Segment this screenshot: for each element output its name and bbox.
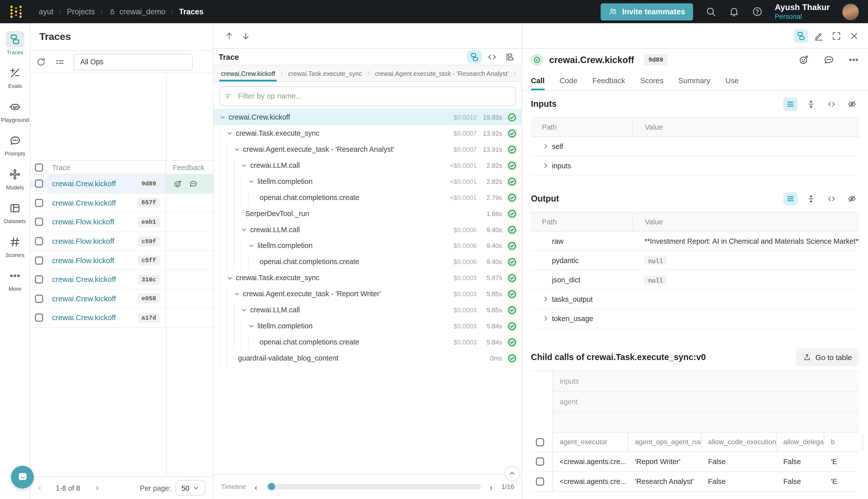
tab-feedback[interactable]: Feedback bbox=[592, 71, 625, 90]
tab-scores[interactable]: Scores bbox=[640, 71, 664, 90]
table-row[interactable]: crewai.Crew.kickoffe058 bbox=[30, 290, 213, 308]
row-checkbox[interactable] bbox=[35, 294, 43, 303]
trace-link[interactable]: crewai.Flow.kickoff bbox=[52, 218, 138, 226]
collapse-panel-button[interactable] bbox=[504, 466, 520, 482]
trace-link[interactable]: crewai.Crew.kickoff bbox=[52, 314, 138, 322]
column-list-icon[interactable] bbox=[55, 57, 65, 67]
next-page-icon[interactable]: › bbox=[96, 483, 99, 494]
user-menu[interactable]: Ayush Thakur Personal bbox=[775, 2, 830, 21]
trace-tree-row[interactable]: crewai.Task.execute_sync$0.00035.87s bbox=[214, 270, 521, 286]
sidebar-item-datasets[interactable]: Datasets bbox=[0, 200, 30, 224]
trace-tree-row[interactable]: litellm.completion$0.00069.40s bbox=[214, 238, 521, 254]
trace-tree-row[interactable]: SerperDevTool._run1.66s bbox=[214, 206, 521, 222]
expand-values-icon[interactable] bbox=[804, 192, 818, 206]
trace-link[interactable]: crewai.Crew.kickoff bbox=[52, 276, 138, 284]
call-id-badge[interactable]: 9d89 bbox=[644, 54, 667, 65]
sidebar-item-traces[interactable]: Traces bbox=[0, 31, 30, 55]
trace-tab[interactable]: crewai.LLM.cal bbox=[520, 65, 522, 82]
trace-link[interactable]: crewai.Flow.kickoff bbox=[52, 237, 138, 245]
property-row[interactable]: self bbox=[531, 137, 859, 156]
chevron-right-icon[interactable] bbox=[542, 295, 550, 303]
select-all-checkbox[interactable] bbox=[35, 163, 43, 171]
table-row[interactable]: crewai.Flow.kickoffc5ff bbox=[30, 251, 213, 270]
code-format-icon[interactable] bbox=[824, 192, 839, 206]
breadcrumb-item[interactable]: ayut bbox=[39, 7, 53, 16]
column-header-b[interactable]: b bbox=[824, 433, 863, 451]
sidebar-item-prompts[interactable]: Prompts bbox=[0, 132, 30, 157]
wandb-logo-icon[interactable] bbox=[9, 4, 23, 19]
close-icon[interactable] bbox=[847, 29, 861, 42]
child-call-row[interactable]: <crewai.agents.cre...'Report Writer'Fals… bbox=[531, 452, 859, 472]
tree-view-icon[interactable] bbox=[467, 50, 482, 63]
trace-tab[interactable]: crewai.Agent.execute_task - 'Research An… bbox=[373, 65, 510, 82]
property-row[interactable]: json_dictnull bbox=[531, 270, 859, 290]
tab-use[interactable]: Use bbox=[726, 71, 739, 90]
chevron-down-icon[interactable] bbox=[241, 306, 247, 313]
row-checkbox[interactable] bbox=[35, 199, 43, 207]
tab-call[interactable]: Call bbox=[531, 71, 545, 90]
notifications-bell-icon[interactable] bbox=[728, 6, 740, 17]
timeline-prev-icon[interactable]: ‹ bbox=[252, 482, 260, 491]
timeline-knob[interactable] bbox=[268, 483, 275, 490]
row-checkbox[interactable] bbox=[35, 276, 43, 284]
column-header-allow_delegation[interactable]: allow_delegation bbox=[777, 433, 824, 451]
flame-view-icon[interactable] bbox=[503, 50, 517, 63]
chevron-down-icon[interactable] bbox=[241, 226, 247, 233]
trace-link[interactable]: crewai.Flow.kickoff bbox=[52, 256, 138, 265]
sidebar-item-playground[interactable]: Playground bbox=[0, 98, 30, 123]
pretty-format-icon[interactable] bbox=[783, 97, 798, 111]
trace-tree-row[interactable]: litellm.completion<$0.00012.82s bbox=[214, 173, 521, 190]
chevron-right-icon[interactable] bbox=[542, 162, 550, 170]
row-checkbox[interactable] bbox=[35, 256, 43, 265]
breadcrumb-item[interactable]: crewai_demo bbox=[108, 7, 165, 16]
trace-tree-row[interactable]: litellm.completion$0.00035.84s bbox=[214, 318, 521, 334]
chevron-down-icon[interactable] bbox=[241, 162, 247, 169]
edit-pencil-icon[interactable] bbox=[811, 29, 826, 42]
trace-tree-row[interactable]: guardrail-validate_blog_content0ms bbox=[214, 350, 521, 366]
op-filter-input[interactable] bbox=[219, 86, 516, 106]
code-view-icon[interactable] bbox=[485, 50, 499, 63]
search-icon[interactable] bbox=[705, 6, 716, 17]
property-row[interactable]: pydanticnull bbox=[531, 251, 859, 270]
row-checkbox[interactable] bbox=[536, 477, 544, 486]
trace-tree-row[interactable]: crewai.LLM.call$0.00035.85s bbox=[214, 302, 521, 318]
trace-tree-row[interactable]: crewai.Agent.execute_task - 'Research An… bbox=[214, 141, 521, 157]
chevron-down-icon[interactable] bbox=[248, 322, 255, 329]
chevron-right-icon[interactable] bbox=[542, 315, 550, 322]
table-row[interactable]: crewai.Crew.kickoff316c bbox=[30, 270, 213, 290]
property-row[interactable]: tasks_output bbox=[531, 290, 859, 309]
breadcrumb-item[interactable]: Traces bbox=[179, 7, 204, 16]
table-row[interactable]: crewai.Crew.kickoffa17d bbox=[30, 308, 213, 328]
table-row[interactable]: crewai.Flow.kickoffeab1 bbox=[30, 213, 213, 232]
trace-tree-row[interactable]: crewai.Agent.execute_task - 'Report Writ… bbox=[214, 286, 521, 302]
hide-values-icon[interactable] bbox=[845, 192, 859, 206]
row-checkbox[interactable] bbox=[35, 237, 43, 245]
add-comment-icon[interactable] bbox=[823, 54, 834, 65]
add-reaction-icon[interactable] bbox=[173, 179, 182, 188]
trace-tree-row[interactable]: crewai.LLM.call<$0.00012.82s bbox=[214, 157, 521, 173]
add-reaction-icon[interactable] bbox=[798, 54, 809, 65]
avatar[interactable] bbox=[842, 3, 859, 20]
trace-tree-row[interactable]: openai.chat.completions.create$0.00035.8… bbox=[214, 334, 521, 350]
invite-teammates-button[interactable]: Invite teammates bbox=[600, 3, 693, 20]
refresh-icon[interactable] bbox=[36, 57, 46, 67]
arrow-down-icon[interactable] bbox=[241, 32, 250, 40]
trace-tree-row[interactable]: crewai.Crew.kickoff$0.001019.83s bbox=[214, 109, 521, 125]
trace-tree-row[interactable]: openai.chat.completions.create<$0.00012.… bbox=[214, 190, 521, 206]
trace-tree-row[interactable]: crewai.LLM.call$0.00069.40s bbox=[214, 222, 521, 238]
help-icon[interactable] bbox=[752, 6, 762, 17]
tab-code[interactable]: Code bbox=[560, 71, 578, 90]
per-page-select[interactable]: 50 bbox=[176, 480, 206, 496]
trace-tree-row[interactable]: openai.chat.completions.create$0.00069.4… bbox=[214, 254, 521, 270]
expand-values-icon[interactable] bbox=[804, 97, 818, 111]
chevron-down-icon[interactable] bbox=[226, 130, 233, 136]
trace-tab[interactable]: crewai.Crew.kickoff bbox=[219, 65, 277, 82]
row-checkbox[interactable] bbox=[35, 180, 43, 188]
sidebar-item-models[interactable]: Models bbox=[0, 166, 30, 191]
breadcrumb-item[interactable]: Projects bbox=[67, 7, 95, 16]
chevron-down-icon[interactable] bbox=[226, 275, 233, 281]
sidebar-item-scorers[interactable]: Scorers bbox=[0, 234, 30, 258]
column-header-allow_code_execution[interactable]: allow_code_execution bbox=[702, 433, 777, 451]
table-row[interactable]: crewai.Crew.kickoff657f bbox=[30, 194, 213, 213]
property-row[interactable]: token_usage bbox=[531, 309, 859, 328]
